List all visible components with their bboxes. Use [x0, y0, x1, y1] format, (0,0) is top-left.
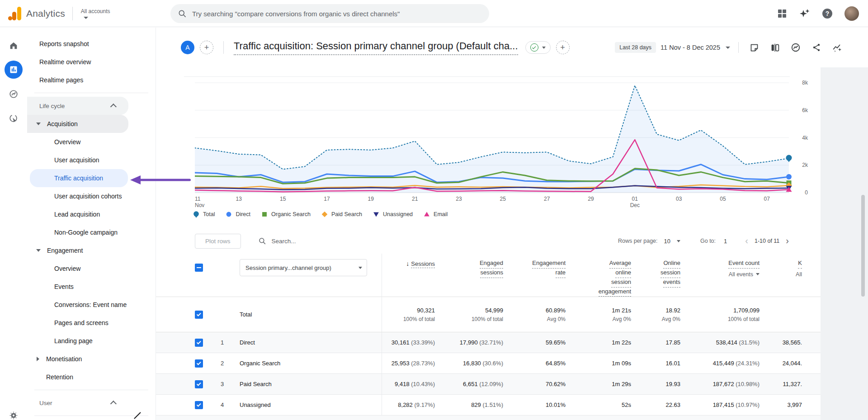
- row-checkbox[interactable]: [195, 311, 203, 319]
- sidebar-item-lead-acquisition[interactable]: Lead acquisition: [27, 205, 156, 223]
- total-average-engagement: 1m 21sAvg 0%: [570, 307, 636, 322]
- pagination-range: 1-10 of 11: [755, 238, 779, 244]
- compare-columns-icon[interactable]: [769, 42, 780, 53]
- row-checkbox[interactable]: [195, 339, 203, 347]
- rows-per-page-value[interactable]: 10: [664, 238, 670, 245]
- previous-page-icon[interactable]: ‹: [745, 236, 748, 245]
- next-page-icon[interactable]: ›: [786, 236, 789, 245]
- add-collaborator-button[interactable]: +: [200, 41, 213, 54]
- sidebar-item-non-google-campaign[interactable]: Non-Google campaign: [27, 223, 156, 241]
- table-row-paid-search[interactable]: 3 Paid Search 9,418 (10.43%) 6,651 (12.0…: [156, 374, 821, 395]
- sidebar-item-engagement-overview[interactable]: Overview: [27, 260, 156, 278]
- svg-text:25: 25: [500, 196, 506, 202]
- svg-text:4k: 4k: [802, 135, 808, 141]
- insights-icon[interactable]: [790, 42, 801, 53]
- sidebar-item-acquisition-overview[interactable]: Overview: [27, 133, 156, 151]
- legend-item-total[interactable]: Total: [192, 210, 215, 218]
- sidebar-item-landing-page[interactable]: Landing page: [27, 332, 156, 350]
- date-range-picker[interactable]: 11 Nov - 8 Dec 2025: [660, 44, 720, 51]
- admin-gear-icon[interactable]: [5, 406, 23, 420]
- column-header-event-count[interactable]: Event count All events: [685, 259, 764, 278]
- divider: [34, 390, 148, 390]
- sidebar-item-user-acquisition-cohorts[interactable]: User acquisition cohorts: [27, 187, 156, 205]
- dimension-selector[interactable]: Session primary...channel group): [240, 259, 367, 276]
- note-icon[interactable]: [749, 42, 760, 53]
- help-icon[interactable]: ?: [822, 8, 833, 19]
- report-status-dropdown[interactable]: [525, 41, 551, 54]
- sidebar-item-retention[interactable]: Retention: [27, 368, 156, 386]
- table-row-unassigned[interactable]: 4 Unassigned 8,282 (9.17%) 829 (1.51%) 1…: [156, 395, 821, 415]
- legend-marker-icon: [192, 210, 200, 218]
- row-checkbox[interactable]: [195, 380, 203, 388]
- column-header-engagement-rate[interactable]: Engagement rate: [508, 259, 570, 278]
- svg-text:07: 07: [764, 196, 770, 202]
- online-session-events-cell: 17.85: [636, 339, 685, 346]
- analytics-logo[interactable]: Analytics: [0, 6, 65, 21]
- goto-page-input[interactable]: 1: [724, 238, 727, 245]
- table-row-direct[interactable]: 1 Direct 30,161 (33.39%) 17,990 (32.71%)…: [156, 332, 821, 353]
- legend-item-unassigned[interactable]: Unassigned: [372, 210, 413, 218]
- legend-item-paid-search[interactable]: Paid Search: [321, 210, 362, 218]
- row-number: 2: [220, 360, 240, 367]
- row-checkbox[interactable]: [195, 401, 203, 409]
- legend-item-email[interactable]: Email: [423, 210, 448, 218]
- section-header-user[interactable]: User: [27, 394, 128, 412]
- apps-grid-icon[interactable]: [777, 8, 788, 19]
- legend-item-organic-search[interactable]: Organic Search: [260, 210, 311, 218]
- collapse-sidebar-icon[interactable]: [132, 411, 142, 420]
- sparkline-insights-icon[interactable]: [832, 42, 843, 53]
- row-checkbox[interactable]: [195, 359, 203, 368]
- svg-text:29: 29: [588, 196, 594, 202]
- pagination-controls: Rows per page: 10 Go to: 1 ‹ 1-10 of 11 …: [618, 236, 789, 246]
- sidebar-item-conversions-event-name[interactable]: Conversions: Event name: [27, 296, 156, 314]
- table-row-organic-search[interactable]: 2 Organic Search 25,953 (28.73%) 16,830 …: [156, 353, 821, 374]
- home-nav-icon[interactable]: [5, 37, 23, 55]
- sidebar-item-pages-and-screens[interactable]: Pages and screens: [27, 314, 156, 332]
- search-input[interactable]: [192, 10, 482, 18]
- user-avatar[interactable]: [844, 6, 859, 21]
- advertising-nav-icon[interactable]: [5, 109, 23, 127]
- explore-nav-icon[interactable]: [5, 85, 23, 103]
- column-header-engaged-sessions[interactable]: Engaged sessions: [439, 259, 508, 278]
- column-header-key-events[interactable]: K All: [764, 259, 803, 278]
- rows-per-page-label: Rows per page:: [618, 238, 658, 244]
- legend-item-direct[interactable]: Direct: [225, 210, 250, 218]
- sidebar-item-traffic-acquisition[interactable]: Traffic acquisition: [30, 169, 128, 187]
- column-header-sessions[interactable]: ↓Sessions: [382, 254, 439, 297]
- table-search[interactable]: [258, 237, 412, 245]
- report-title[interactable]: Traffic acquisition: Session primary cha…: [234, 40, 518, 55]
- column-header-online-session-events[interactable]: Online session events: [636, 259, 685, 288]
- chevron-down-icon[interactable]: [726, 47, 730, 49]
- sidebar-item-acquisition[interactable]: Acquisition: [27, 115, 128, 133]
- total-engagement-rate: 60.89%Avg 0%: [508, 307, 570, 322]
- sidebar-item-monetisation[interactable]: Monetisation: [27, 350, 128, 368]
- date-range-preset-badge: Last 28 days: [615, 42, 656, 53]
- plot-rows-button[interactable]: Plot rows: [195, 234, 241, 249]
- svg-text:2k: 2k: [802, 162, 808, 168]
- chevron-down-icon[interactable]: [756, 273, 760, 275]
- chevron-down-icon[interactable]: [677, 240, 680, 242]
- sidebar-item-reports-snapshot[interactable]: Reports snapshot: [27, 35, 156, 53]
- add-metric-button[interactable]: +: [556, 41, 570, 54]
- reports-nav-icon[interactable]: [5, 61, 23, 79]
- table-search-input[interactable]: [272, 238, 398, 245]
- column-header-average-online-session-engagement[interactable]: Average online session engagement: [570, 259, 636, 297]
- sidebar-item-events[interactable]: Events: [27, 278, 156, 296]
- svg-text:8k: 8k: [802, 80, 808, 86]
- sidebar-item-realtime-overview[interactable]: Realtime overview: [27, 53, 156, 71]
- select-all-checkbox[interactable]: [195, 264, 203, 272]
- dimension-selector-value: Session primary...channel group): [245, 264, 331, 271]
- sidebar-item-realtime-pages[interactable]: Realtime pages: [27, 71, 156, 89]
- sidebar-item-user-acquisition[interactable]: User acquisition: [27, 151, 156, 169]
- average-engagement-cell: 1m 29s: [570, 381, 636, 387]
- sidebar-item-engagement[interactable]: Engagement: [27, 241, 128, 260]
- report-nav-sidebar: Reports snapshot Realtime overview Realt…: [27, 28, 156, 420]
- svg-text:23: 23: [456, 196, 462, 202]
- section-header-life-cycle[interactable]: Life cycle: [27, 97, 128, 115]
- account-switcher[interactable]: All accounts: [81, 8, 110, 19]
- global-search-bar[interactable]: [170, 4, 489, 23]
- workspace-avatar[interactable]: A: [181, 41, 194, 54]
- share-icon[interactable]: [811, 42, 822, 53]
- gemini-sparkle-icon[interactable]: [799, 8, 810, 19]
- vertical-scrollbar[interactable]: [861, 195, 865, 297]
